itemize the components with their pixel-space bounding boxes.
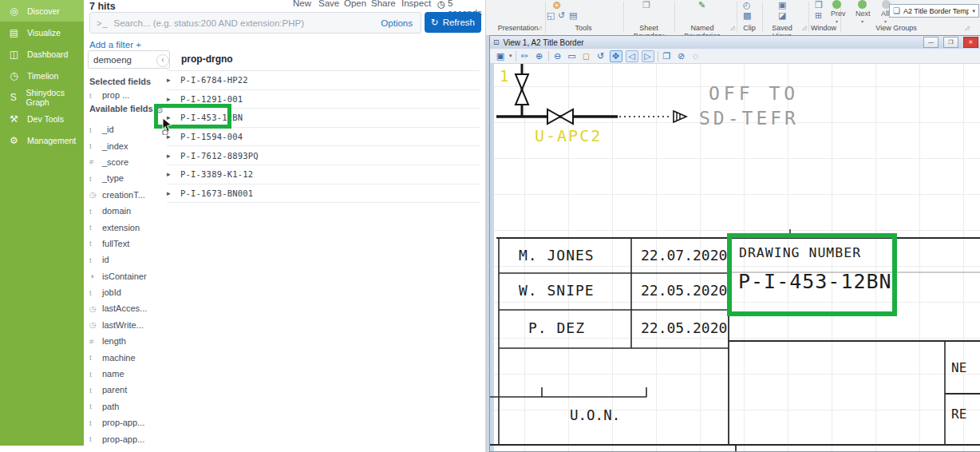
view-window-titlebar[interactable]: ⊡ View 1, A2 Title Border — ❐ ✕ — [490, 36, 980, 49]
window-area-icon[interactable]: ▭ — [567, 51, 578, 61]
dialog-launcher-icon[interactable]: ◿ — [730, 25, 734, 31]
expand-row-icon[interactable]: ▸ — [167, 189, 174, 197]
sidebar-item-management[interactable]: ⚙ Management — [0, 129, 84, 151]
table-row[interactable]: ▸P-I-1594-004 — [167, 128, 480, 147]
offpage-connector-text: SD-TEFR — [699, 108, 799, 129]
close-button[interactable]: ✕ — [963, 37, 978, 48]
prev-view-label[interactable]: Prev — [831, 10, 846, 18]
collapse-fields-button[interactable]: ‹ — [156, 54, 169, 67]
sidebar-item-shinydocs-graph[interactable]: S Shinydocs Graph — [0, 86, 84, 108]
view-perspective-icon[interactable]: ◌ — [690, 51, 701, 61]
sidebar-item-label: Management — [27, 136, 76, 145]
chevron-down-icon[interactable]: ▾ — [861, 18, 863, 24]
field-item[interactable]: tprop-app... — [89, 414, 173, 430]
view-group-selector[interactable]: ❏ A2 Title Border Temp Viev ▾ — [889, 4, 979, 18]
expand-row-icon[interactable]: ▸ — [167, 76, 174, 84]
field-item[interactable]: tdomain — [89, 203, 173, 219]
field-item[interactable]: t_index — [89, 137, 173, 153]
menu-item-inspect[interactable]: Inspect — [401, 0, 431, 8]
mouse-cursor-icon — [161, 117, 174, 135]
search-input[interactable]: >_ Search... (e.g. status:200 AND extens… — [89, 12, 421, 34]
next-view-button-icon[interactable] — [858, 0, 867, 9]
field-item[interactable]: ◷creationT... — [89, 187, 173, 203]
expand-row-icon[interactable]: ▸ — [167, 170, 174, 178]
sidebar-item-visualize[interactable]: ▤ Visualize — [0, 22, 84, 43]
chevron-down-icon[interactable]: ▾ — [836, 18, 838, 24]
options-link[interactable]: Options — [381, 18, 413, 28]
save-view-icon[interactable]: ▣ — [778, 0, 786, 10]
expand-row-icon[interactable]: ▸ — [167, 152, 174, 160]
cad-ribbon: ❂ ◱ ↺ ▤ ❐ ✎ ◴ ▩ ▣ ◪ ❒ ⊞ Prev Next All ▾ … — [486, 0, 980, 36]
drawing-canvas[interactable]: 1 U-APC2 OFF TO SD-TEFR M. JONES 22.07.2… — [490, 64, 980, 451]
add-filter-link[interactable]: Add a filter + — [89, 40, 141, 50]
menu-item-share[interactable]: Share — [371, 0, 396, 8]
clear-clip-icon[interactable]: ⊘ — [676, 51, 687, 61]
field-item[interactable]: tpath — [89, 398, 173, 414]
field-item[interactable]: ◷lastWrite... — [89, 317, 173, 333]
timelion-icon: ◷ — [8, 70, 20, 81]
clip-mask-icon[interactable]: ▩ — [743, 10, 751, 21]
field-item[interactable]: tid — [89, 252, 173, 268]
table-column-header[interactable]: prop-drgno — [181, 54, 233, 65]
dialog-launcher-icon[interactable]: ◿ — [965, 25, 969, 31]
tile-windows-icon[interactable]: ⊞ — [815, 10, 822, 21]
chevron-down-icon[interactable]: ▾ — [884, 18, 887, 24]
field-item[interactable]: tfullText — [89, 236, 173, 252]
all-views-label[interactable]: All — [881, 10, 889, 18]
zoom-in-icon[interactable]: ⊕ — [534, 51, 545, 61]
menu-item-open[interactable]: Open — [344, 0, 366, 8]
cascade-windows-icon[interactable]: ❒ — [815, 0, 823, 10]
minimize-button[interactable]: — — [923, 37, 939, 48]
dialog-launcher-icon[interactable]: ◿ — [537, 25, 541, 31]
zoom-out-icon[interactable]: ⊖ — [552, 51, 563, 61]
clock-icon[interactable]: ◷ — [437, 0, 445, 10]
sheet-tool-icon[interactable]: ▤ — [569, 10, 577, 21]
dialog-launcher-icon[interactable]: ◿ — [802, 25, 806, 31]
view-next-icon[interactable]: ▷ — [642, 50, 654, 62]
rotate-tool-icon[interactable]: ↺ — [558, 10, 565, 21]
field-item[interactable]: tparent — [89, 382, 173, 398]
sidebar-item-dashboard[interactable]: ◫ Dashboard — [0, 43, 84, 65]
apply-view-icon[interactable]: ◪ — [778, 10, 786, 21]
field-item[interactable]: tname — [89, 366, 173, 382]
field-item[interactable]: #_score — [89, 154, 173, 170]
field-item[interactable]: ◑isContainer — [89, 268, 173, 284]
menu-item-save[interactable]: Save — [318, 0, 339, 8]
named-boundaries-icon[interactable]: ✎ — [698, 0, 705, 10]
field-item[interactable]: ◷lastAcces... — [89, 300, 173, 316]
menu-item-new[interactable]: New — [293, 0, 311, 8]
table-row[interactable]: ▸P-I-6784-HP22 — [167, 71, 480, 90]
rotate-view-icon[interactable]: ↺ — [595, 51, 607, 61]
fence-tool-icon[interactable]: ◱ — [547, 10, 555, 21]
view-attributes-icon[interactable]: ▣ — [495, 51, 506, 61]
presentation-icon[interactable]: ❂ — [553, 0, 561, 11]
fit-view-icon[interactable]: ◻ — [581, 51, 592, 61]
restore-button[interactable]: ❐ — [943, 37, 958, 48]
field-type-icon: t — [89, 239, 102, 248]
table-row[interactable]: ▸P-I-7612-8893PQ — [167, 146, 480, 165]
pan-view-icon[interactable]: ✥ — [610, 50, 622, 62]
field-item[interactable]: t_type — [89, 170, 173, 186]
sidebar-item-timelion[interactable]: ◷ Timelion — [0, 65, 84, 86]
sidebar-item-dev-tools[interactable]: ⚒ Dev Tools — [0, 108, 84, 129]
selected-field-prop[interactable]: t prop ... — [89, 87, 129, 103]
field-item[interactable]: #length — [89, 333, 173, 349]
update-view-icon[interactable]: ✏ — [520, 51, 531, 61]
prev-view-button-icon[interactable] — [832, 0, 841, 9]
sheet-boundary-icon[interactable]: ❐ — [642, 0, 650, 10]
table-row[interactable]: ▸P-I-3389-K1-12 — [167, 165, 480, 184]
table-row[interactable]: ▸P-I-1673-BN001 — [167, 184, 480, 204]
field-item[interactable]: tprop-app... — [89, 430, 173, 446]
sidebar-item-label: Dashboard — [27, 50, 68, 59]
field-item[interactable]: tmachine — [89, 349, 173, 365]
chevron-down-icon[interactable]: ▾ — [509, 53, 512, 59]
copy-view-icon[interactable]: ❐ — [662, 51, 673, 61]
sidebar-item-discover[interactable]: ◎ Discover — [0, 0, 84, 22]
clip-volume-icon[interactable]: ◴ — [743, 0, 751, 10]
field-item[interactable]: textension — [89, 219, 173, 235]
view-previous-icon[interactable]: ◁ — [626, 50, 638, 62]
next-view-label[interactable]: Next — [856, 10, 871, 18]
refresh-button[interactable]: ↻ Refresh — [425, 12, 481, 33]
field-item[interactable]: tjobId — [89, 284, 173, 300]
expand-row-icon[interactable]: ▸ — [167, 95, 174, 103]
